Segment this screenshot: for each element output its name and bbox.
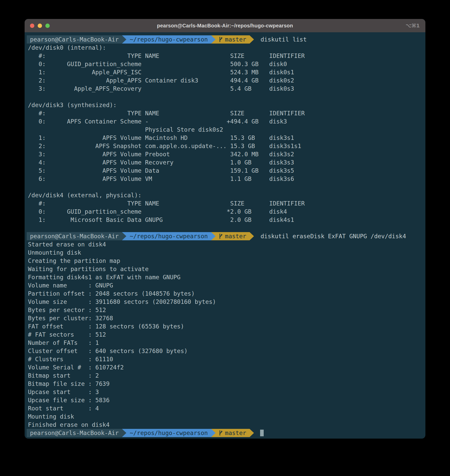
prompt-user-host: pearson@Carls-MacBook-Air xyxy=(27,429,122,437)
terminal-output-line: /dev/disk4 (external, physical): xyxy=(27,191,425,199)
terminal-output-line: Bytes per cluster: 32768 xyxy=(27,314,425,322)
prompt-git-segment: master xyxy=(216,35,250,44)
terminal-output-line: Mounting disk xyxy=(27,412,425,421)
terminal-output-line: Root start : 4 xyxy=(27,404,425,412)
powerline-separator-icon xyxy=(122,35,126,44)
terminal-output-line: #: TYPE NAME SIZE IDENTIFIER xyxy=(27,109,425,117)
zoom-button[interactable] xyxy=(45,24,50,28)
terminal-output-line: #: TYPE NAME SIZE IDENTIFIER xyxy=(27,199,425,208)
titlebar[interactable]: pearson@Carls-MacBook-Air:~/repos/hugo-c… xyxy=(25,19,425,32)
terminal-output-line: 6: APFS Volume VM 1.1 GB disk3s6 xyxy=(27,175,425,183)
powerline-separator-icon xyxy=(211,429,216,437)
terminal-output-line: Physical Store disk0s2 xyxy=(27,126,425,134)
terminal-output-line: 1: Apple_APFS_ISC 524.3 MB disk0s1 xyxy=(27,68,425,76)
terminal-output-line: Volume size : 3911680 sectors (200278016… xyxy=(27,298,425,306)
prompt-git-segment: master xyxy=(216,429,250,437)
terminal-output-line: 1: Microsoft Basic Data GNUPG 2.0 GB dis… xyxy=(27,216,425,224)
terminal-output-line: Volume Serial # : 610724f2 xyxy=(27,363,425,371)
command-text[interactable]: diskutil eraseDisk ExFAT GNUPG /dev/disk… xyxy=(254,232,406,240)
powerline-separator-icon xyxy=(211,35,216,44)
prompt-user-host: pearson@Carls-MacBook-Air xyxy=(27,232,122,240)
window-title: pearson@Carls-MacBook-Air:~/repos/hugo-c… xyxy=(157,23,293,29)
powerline-separator-icon xyxy=(250,429,254,437)
powerline-separator-icon xyxy=(211,232,216,240)
terminal-output-line: 3: Apple_APFS_Recovery 5.4 GB disk0s3 xyxy=(27,85,425,93)
powerline-separator-icon xyxy=(250,35,254,44)
terminal-output-line: 3: APFS Volume Preboot 342.0 MB disk3s2 xyxy=(27,150,425,158)
terminal-output-line: Number of FATs : 1 xyxy=(27,339,425,347)
terminal-cursor[interactable] xyxy=(260,430,264,436)
prompt-git-segment: master xyxy=(216,232,250,240)
prompt-cwd: ~/repos/hugo-cwpearson xyxy=(126,429,211,437)
terminal-output-line: Upcase file size : 5836 xyxy=(27,396,425,404)
terminal-output-line xyxy=(27,183,425,191)
prompt-user-host: pearson@Carls-MacBook-Air xyxy=(27,35,122,44)
terminal-output-line: Upcase start : 3 xyxy=(27,388,425,396)
terminal-output-line: 2: APFS Snapshot com.apple.os.update-...… xyxy=(27,142,425,150)
shell-prompt: pearson@Carls-MacBook-Air ~/repos/hugo-c… xyxy=(27,232,425,240)
terminal-output-line: 4: APFS Volume Recovery 1.0 GB disk3s3 xyxy=(27,158,425,167)
terminal-output-line: Unmounting disk xyxy=(27,249,425,257)
powerline-separator-icon xyxy=(122,429,126,437)
prompt-cwd: ~/repos/hugo-cwpearson xyxy=(126,232,211,240)
terminal-output-line: Bytes per sector : 512 xyxy=(27,306,425,314)
terminal-output-line: Creating the partition map xyxy=(27,257,425,265)
terminal-output-line: /dev/disk0 (internal): xyxy=(27,44,425,52)
terminal-output-line: /dev/disk3 (synthesized): xyxy=(27,101,425,109)
traffic-lights xyxy=(30,19,50,32)
terminal-output-line: 2: Apple_APFS Container disk3 494.4 GB d… xyxy=(27,76,425,85)
terminal-output-line: Started erase on disk4 xyxy=(27,240,425,249)
prompt-cwd: ~/repos/hugo-cwpearson xyxy=(126,35,211,44)
terminal-output-line: # FAT sectors : 512 xyxy=(27,330,425,339)
terminal-output-line: Bitmap file size : 7639 xyxy=(27,380,425,388)
command-text[interactable]: diskutil list xyxy=(254,35,307,44)
git-branch-icon xyxy=(219,36,223,43)
terminal-output-line: #: TYPE NAME SIZE IDENTIFIER xyxy=(27,52,425,60)
git-branch-icon xyxy=(219,233,223,239)
terminal-output-line: 5: APFS Volume Data 159.1 GB disk3s5 xyxy=(27,167,425,175)
terminal-output-line: Partition offset : 2048 sectors (1048576… xyxy=(27,289,425,298)
terminal-window: pearson@Carls-MacBook-Air:~/repos/hugo-c… xyxy=(25,19,425,439)
git-branch-icon xyxy=(219,430,223,436)
minimize-button[interactable] xyxy=(38,24,42,28)
terminal-output-line: 0: GUID_partition_scheme *2.0 GB disk4 xyxy=(27,208,425,216)
terminal-output-line: 1: APFS Volume Macintosh HD 15.3 GB disk… xyxy=(27,134,425,142)
close-button[interactable] xyxy=(30,24,34,28)
prompt-git-branch: master xyxy=(225,429,246,437)
shell-prompt: pearson@Carls-MacBook-Air ~/repos/hugo-c… xyxy=(27,35,425,44)
terminal-output-line: Waiting for partitions to activate xyxy=(27,265,425,273)
terminal-output-line: 0: APFS Container Scheme - +494.4 GB dis… xyxy=(27,117,425,126)
command-text[interactable] xyxy=(254,429,257,437)
terminal-content[interactable]: pearson@Carls-MacBook-Air ~/repos/hugo-c… xyxy=(25,32,425,437)
terminal-output-line: Bitmap start : 2 xyxy=(27,371,425,380)
powerline-separator-icon xyxy=(250,232,254,240)
terminal-output-line: Volume name : GNUPG xyxy=(27,281,425,289)
terminal-output-line: 0: GUID_partition_scheme 500.3 GB disk0 xyxy=(27,60,425,68)
window-shortcut-badge: ⌥⌘1 xyxy=(405,19,420,32)
terminal-output-line xyxy=(27,93,425,101)
shell-prompt: pearson@Carls-MacBook-Air ~/repos/hugo-c… xyxy=(27,429,425,437)
prompt-git-branch: master xyxy=(225,35,246,44)
terminal-output-line: Formatting disk4s1 as ExFAT with name GN… xyxy=(27,273,425,281)
terminal-output-line: # Clusters : 61110 xyxy=(27,355,425,363)
terminal-output-line: FAT offset : 128 sectors (65536 bytes) xyxy=(27,322,425,330)
terminal-output-line: Finished erase on disk4 xyxy=(27,421,425,429)
terminal-output-line: Cluster offset : 640 sectors (327680 byt… xyxy=(27,347,425,355)
terminal-output-line xyxy=(27,224,425,232)
prompt-git-branch: master xyxy=(225,232,246,240)
powerline-separator-icon xyxy=(122,232,126,240)
